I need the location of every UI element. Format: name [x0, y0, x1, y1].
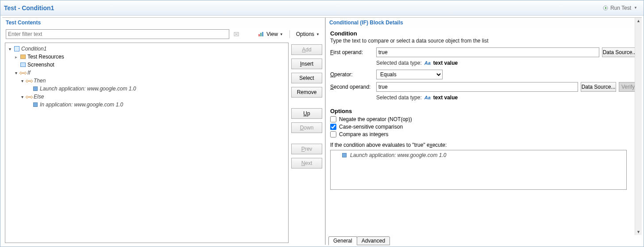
next-button: Next — [291, 158, 322, 169]
test-contents-title: Test Contents — [2, 18, 325, 27]
expander-icon[interactable] — [19, 78, 25, 83]
tree-node-screenshot[interactable]: Screenshot — [7, 61, 286, 69]
options-section-title: Options — [330, 108, 637, 114]
datatype-label: Selected data type: — [376, 94, 422, 101]
toolbar-divider — [289, 30, 290, 38]
first-operand-row: First operand: Data Source... — [330, 47, 637, 57]
tree-node-label: Then — [34, 78, 46, 84]
negate-checkbox[interactable] — [330, 116, 336, 122]
editor-header: Test - Condition1 Run Test ▼ — [0, 0, 644, 16]
tree-node-resources[interactable]: Test Resources — [7, 53, 286, 61]
tree-action-buttons: Add Insert Select Remove Up Down Prev Ne… — [291, 43, 322, 243]
tree-node-label: In application: www.google.com 1.0 — [40, 102, 123, 108]
second-operand-label: Second operand: — [330, 84, 374, 90]
data-source-button[interactable]: Data Source... — [602, 47, 637, 57]
scroll-down-icon[interactable]: ▼ — [636, 229, 641, 235]
view-label: View — [266, 31, 278, 37]
condition-section-title: Condition — [330, 30, 637, 37]
options-label: Options — [296, 31, 314, 37]
operator-select[interactable]: Equals — [376, 70, 443, 79]
scrollbar[interactable]: ▲ ▼ — [635, 18, 642, 235]
execute-item[interactable]: Launch application: www.google.com 1.0 — [332, 152, 625, 158]
filter-input[interactable] — [6, 29, 229, 39]
add-button: Add — [291, 44, 322, 55]
insert-button[interactable]: Insert — [291, 59, 322, 69]
first-datatype-row: Selected data type: Aa text value — [330, 60, 637, 66]
tree-node-label: Test Resources — [27, 54, 64, 60]
up-button[interactable]: Up — [291, 108, 322, 119]
details-content: Condition Type the text to compare or se… — [326, 27, 642, 235]
condition-icon — [14, 46, 20, 52]
int-label: Compare as integers — [339, 131, 388, 137]
details-title: Conditional (IF) Block Details — [326, 18, 642, 27]
dropdown-arrow-icon: ▼ — [316, 32, 320, 36]
aa-icon: Aa — [424, 95, 431, 100]
tab-advanced[interactable]: Advanced — [357, 236, 390, 245]
datatype-value: text value — [433, 94, 458, 101]
contents-toolbar: View ▼ Options ▼ — [2, 27, 325, 41]
run-test-label: Run Test — [610, 5, 631, 11]
tree-node-else[interactable]: ◇=◇ Else — [7, 93, 286, 101]
negate-label: Negate the operator (NOT(op)) — [339, 116, 412, 122]
tab-general[interactable]: General — [328, 236, 357, 245]
options-button[interactable]: Options ▼ — [294, 30, 321, 38]
second-operand-input[interactable] — [376, 82, 578, 92]
execute-list[interactable]: Launch application: www.google.com 1.0 — [330, 150, 627, 190]
tree-node-label: Else — [34, 94, 44, 100]
tree-and-buttons: Condition1 Test Resources Screenshot ◇=◇… — [2, 41, 325, 245]
expander-icon[interactable] — [7, 46, 12, 51]
down-button: Down — [291, 122, 322, 133]
condition-section-sub: Type the text to compare or select a dat… — [330, 38, 637, 44]
operator-row: Operator: Equals — [330, 70, 637, 79]
editor-title: Test - Condition1 — [4, 4, 600, 12]
expander-icon[interactable] — [13, 70, 19, 75]
clear-filter-icon[interactable] — [232, 30, 241, 39]
data-source-button[interactable]: Data Source... — [581, 82, 616, 92]
scroll-up-icon[interactable]: ▲ — [636, 18, 641, 24]
execute-label: If the condition above evaluates to "tru… — [330, 142, 637, 148]
tree-node-label: If — [27, 70, 31, 76]
operator-label: Operator: — [330, 71, 374, 78]
dropdown-arrow-icon: ▼ — [634, 6, 637, 10]
tree-node-launch[interactable]: Launch application: www.google.com 1.0 — [7, 85, 286, 93]
datatype-value: text value — [433, 60, 458, 66]
tree-node-then[interactable]: ◇=◇ Then — [7, 77, 286, 85]
select-button[interactable]: Select — [291, 73, 322, 83]
details-tabs: General Advanced — [326, 235, 642, 245]
prev-button: Prev — [291, 144, 322, 154]
app-icon — [32, 102, 39, 108]
int-checkbox[interactable] — [330, 131, 336, 137]
int-check-row: Compare as integers — [330, 131, 637, 137]
if-icon: ◇=◇ — [20, 70, 26, 76]
negate-check-row: Negate the operator (NOT(op)) — [330, 116, 637, 122]
run-test-button[interactable]: Run Test ▼ — [600, 4, 640, 12]
execute-item-label: Launch application: www.google.com 1.0 — [350, 152, 446, 158]
svg-marker-1 — [605, 7, 607, 9]
test-tree[interactable]: Condition1 Test Resources Screenshot ◇=◇… — [5, 43, 289, 243]
datatype-label: Selected data type: — [376, 60, 422, 66]
case-checkbox[interactable] — [330, 124, 336, 130]
expander-icon[interactable] — [19, 94, 25, 99]
case-check-row: Case-sensitive comparison — [330, 124, 637, 130]
tree-node-if[interactable]: ◇=◇ If — [7, 69, 286, 77]
tree-node-label: Launch application: www.google.com 1.0 — [40, 86, 136, 92]
remove-button[interactable]: Remove — [291, 87, 322, 98]
main-split: Test Contents View ▼ Options ▼ — [0, 16, 644, 247]
tree-node-root[interactable]: Condition1 — [7, 45, 286, 53]
first-operand-label: First operand: — [330, 49, 374, 55]
else-icon: ◇=◇ — [26, 94, 32, 100]
view-button[interactable]: View ▼ — [257, 30, 285, 38]
second-datatype-row: Selected data type: Aa text value — [330, 94, 637, 101]
aa-icon: Aa — [424, 60, 431, 66]
folder-icon — [20, 54, 26, 60]
app-icon — [341, 152, 347, 158]
case-label: Case-sensitive comparison — [339, 124, 403, 130]
then-icon: ◇=◇ — [26, 78, 32, 84]
expander-icon[interactable] — [13, 54, 19, 59]
first-operand-input[interactable] — [376, 47, 599, 57]
btn-rest: dd — [305, 47, 311, 53]
tree-node-inapp[interactable]: In application: www.google.com 1.0 — [7, 101, 286, 109]
tree-node-label: Condition1 — [21, 46, 46, 52]
app-icon — [32, 86, 39, 92]
tree-node-label: Screenshot — [27, 62, 54, 68]
